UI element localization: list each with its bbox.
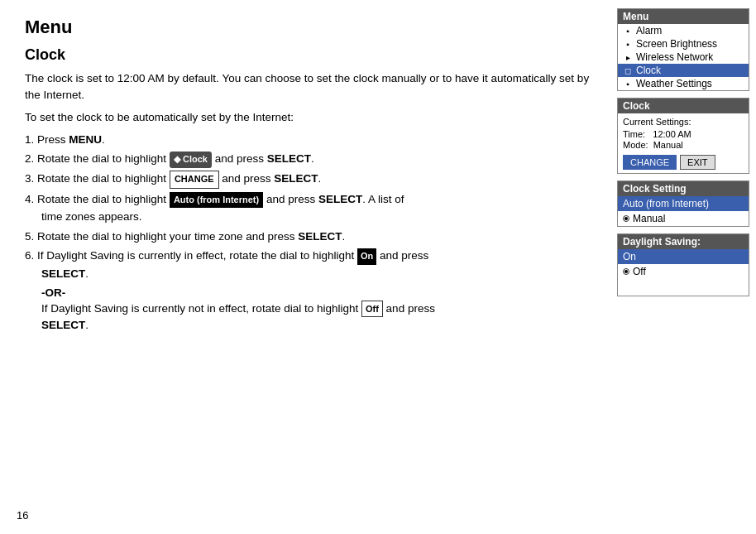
manual-radio — [623, 215, 629, 222]
page-number: 16 — [17, 509, 28, 522]
step-1: 1. Press MENU. — [25, 131, 592, 149]
main-title: Menu — [25, 17, 592, 38]
current-settings-label: Current Settings: — [623, 117, 744, 127]
clock-setting-panel: Clock Setting Auto (from Internet) Manua… — [617, 180, 749, 227]
mode-row: Mode: Manual — [623, 140, 744, 150]
off-radio — [623, 268, 629, 275]
wireless-network-icon: ▸ — [623, 53, 633, 62]
exit-button[interactable]: EXIT — [680, 155, 715, 170]
clock-setting-manual[interactable]: Manual — [618, 211, 749, 226]
sidebar: Menu ▪ Alarm ▪ Screen Brightness ▸ Wirel… — [617, 0, 756, 534]
daylight-header: Daylight Saving: — [618, 234, 749, 249]
menu-item-weather-settings-label: Weather Settings — [636, 78, 712, 89]
clock-panel-header: Clock — [618, 99, 749, 113]
menu-panel-header: Menu — [618, 9, 749, 24]
off-label: Off — [633, 266, 646, 277]
on-label: On — [623, 251, 636, 262]
menu-item-screen-brightness-label: Screen Brightness — [636, 38, 717, 50]
step-4: 4. Rotate the dial to highlight Auto (fr… — [25, 190, 592, 226]
section-title: Clock — [25, 46, 592, 64]
time-row: Time: 12:00 AM — [623, 129, 744, 139]
on-inline: On — [357, 248, 376, 265]
mode-value: Manual — [653, 140, 683, 150]
intro-text-2: To set the clock to be automatically set… — [25, 109, 592, 126]
step-3: 3. Rotate the dial to highlight CHANGE a… — [25, 170, 592, 189]
manual-label: Manual — [633, 213, 665, 224]
menu-item-wireless-network-label: Wireless Network — [636, 51, 713, 63]
menu-panel: Menu ▪ Alarm ▪ Screen Brightness ▸ Wirel… — [617, 8, 749, 91]
daylight-on[interactable]: On — [618, 249, 749, 264]
menu-item-weather-settings[interactable]: ▪ Weather Settings — [618, 77, 749, 90]
daylight-off[interactable]: Off — [618, 264, 749, 279]
screen-brightness-icon: ▪ — [623, 40, 633, 49]
menu-item-screen-brightness[interactable]: ▪ Screen Brightness — [618, 37, 749, 51]
steps-list: 1. Press MENU. 2. Rotate the dial to hig… — [25, 131, 592, 283]
menu-item-wireless-network[interactable]: ▸ Wireless Network — [618, 51, 749, 64]
menu-item-clock[interactable]: ◻ Clock — [618, 64, 749, 77]
or-text: If Daylight Saving is currently not in e… — [41, 301, 592, 334]
alarm-icon: ▪ — [623, 26, 633, 36]
change-button[interactable]: CHANGE — [623, 155, 677, 170]
panel-spacer — [618, 279, 749, 296]
step-2: 2. Rotate the dial to highlight ◆ Clock … — [25, 150, 592, 168]
menu-item-alarm[interactable]: ▪ Alarm — [618, 24, 749, 37]
step-5: 5. Rotate the dial to highlight your tim… — [25, 228, 592, 246]
clock-setting-header: Clock Setting — [618, 181, 749, 196]
auto-internet-inline: Auto (from Internet) — [170, 192, 263, 209]
off-inline: Off — [361, 301, 383, 318]
menu-item-alarm-label: Alarm — [636, 25, 662, 36]
clock-panel: Clock Current Settings: Time: 12:00 AM M… — [617, 98, 749, 174]
mode-label: Mode: — [623, 140, 653, 150]
clock-content: Current Settings: Time: 12:00 AM Mode: M… — [618, 113, 749, 173]
time-label: Time: — [623, 129, 653, 139]
menu-item-clock-label: Clock — [636, 65, 661, 76]
clock-icon-inline: ◆ Clock — [170, 152, 212, 168]
main-content: Menu Clock The clock is set to 12:00 AM … — [0, 0, 617, 534]
clock-icon: ◻ — [623, 66, 633, 75]
or-line: -OR- — [41, 286, 592, 299]
change-box-inline: CHANGE — [170, 171, 219, 189]
auto-internet-label: Auto (from Internet) — [623, 198, 709, 209]
clock-setting-auto[interactable]: Auto (from Internet) — [618, 196, 749, 211]
weather-settings-icon: ▪ — [623, 79, 633, 89]
time-value: 12:00 AM — [653, 129, 691, 139]
intro-text-1: The clock is set to 12:00 AM by default.… — [25, 70, 592, 104]
daylight-panel: Daylight Saving: On Off — [617, 233, 749, 296]
clock-btn-row: CHANGE EXIT — [623, 155, 744, 170]
step-6: 6. If Daylight Saving is currently in ef… — [25, 247, 592, 282]
